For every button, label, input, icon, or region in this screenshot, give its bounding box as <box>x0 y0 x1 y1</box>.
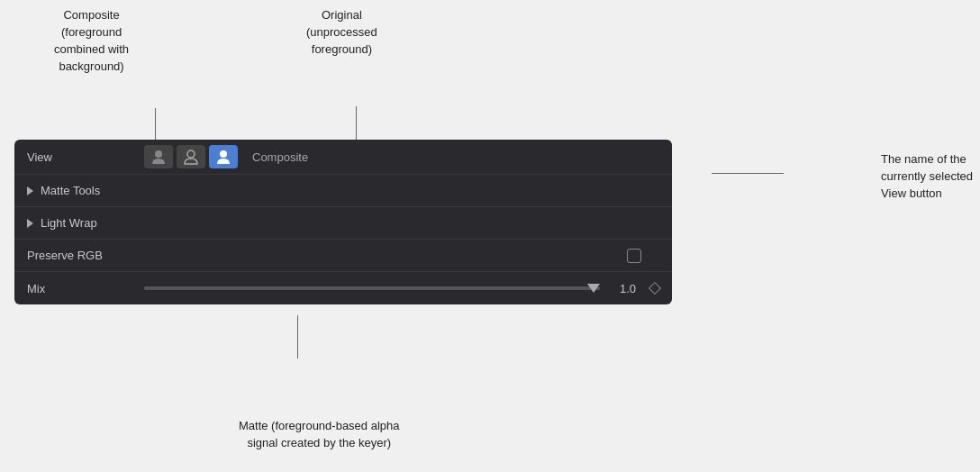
mix-slider-thumb[interactable] <box>587 284 600 293</box>
light-wrap-triangle <box>27 219 33 228</box>
mix-keyframe-button[interactable] <box>649 282 661 295</box>
original-annotation-text: Original(unprocessedforeground) <box>306 8 377 56</box>
view-buttons-group <box>144 145 238 168</box>
mix-row: Mix 1.0 <box>14 272 672 304</box>
composite-annotation-text: Composite(foregroundcombined withbackgro… <box>54 8 129 73</box>
light-wrap-expandable[interactable]: Light Wrap <box>27 216 97 230</box>
composite-view-button[interactable] <box>209 145 238 168</box>
matte-icon <box>150 148 168 166</box>
matte-tools-row[interactable]: Matte Tools <box>14 175 672 207</box>
view-name-connector-line <box>712 173 784 174</box>
matte-tools-expandable[interactable]: Matte Tools <box>27 184 100 197</box>
view-name-annotation-text: The name of thecurrently selectedView bu… <box>881 152 973 200</box>
matte-tools-label: Matte Tools <box>41 184 100 197</box>
svg-point-2 <box>220 150 227 158</box>
original-annotation: Original(unprocessedforeground) <box>306 7 377 59</box>
original-view-button[interactable] <box>177 145 205 168</box>
matte-annotation-text: Matte (foreground-based alphasignal crea… <box>239 419 400 449</box>
composite-view-name: Composite <box>252 150 308 164</box>
mix-slider-fill <box>144 286 600 290</box>
view-label: View <box>27 150 144 164</box>
mix-slider-container: 1.0 <box>144 282 659 295</box>
matte-view-button[interactable] <box>144 145 173 168</box>
preserve-rgb-label: Preserve RGB <box>27 249 144 262</box>
mix-label: Mix <box>27 282 144 295</box>
view-row: View <box>14 140 672 175</box>
mix-value-display: 1.0 <box>609 282 636 295</box>
mix-content: 1.0 <box>144 282 659 295</box>
svg-point-1 <box>187 150 195 158</box>
preserve-rgb-checkbox-container <box>144 249 659 263</box>
light-wrap-row[interactable]: Light Wrap <box>14 207 672 240</box>
keyer-panel: View <box>14 140 672 304</box>
matte-annotation: Matte (foreground-based alphasignal crea… <box>239 418 400 452</box>
matte-connector-line <box>297 315 298 359</box>
composite-icon <box>214 148 232 166</box>
composite-annotation: Composite(foregroundcombined withbackgro… <box>54 7 129 75</box>
original-icon <box>182 148 200 166</box>
view-row-content: Composite <box>144 145 659 168</box>
svg-point-0 <box>155 150 162 158</box>
view-name-annotation: The name of thecurrently selectedView bu… <box>881 151 973 203</box>
preserve-rgb-row: Preserve RGB <box>14 240 672 272</box>
preserve-rgb-checkbox[interactable] <box>627 249 641 263</box>
mix-slider-track[interactable] <box>144 286 600 290</box>
matte-tools-triangle <box>27 186 33 195</box>
light-wrap-label: Light Wrap <box>41 216 97 230</box>
preserve-rgb-content <box>144 249 659 263</box>
